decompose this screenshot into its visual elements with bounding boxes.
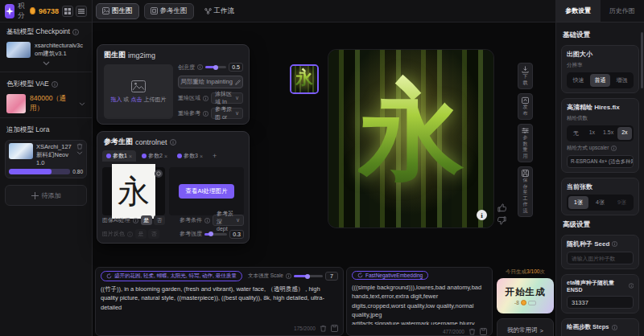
upscaler-select[interactable]: R-ESRGAN 4x+ (适合多种风 ∨	[567, 155, 634, 168]
image-upload-dropzone[interactable]: 拖入 或 点击 上传图片	[104, 64, 173, 119]
controlnet-tab-1[interactable]: 参数1 ×	[102, 150, 136, 162]
scale-value[interactable]: 7	[325, 272, 338, 281]
resolution-label: 分辨率	[567, 62, 634, 69]
invert-toggle[interactable]: 是否	[135, 229, 159, 239]
checkpoint-collapse-toggle[interactable]	[0, 59, 92, 69]
coin-icon	[30, 7, 35, 14]
denoise-value[interactable]: 0.5	[229, 63, 243, 72]
scale-slider[interactable]	[294, 275, 323, 277]
generation-cost: -8	[514, 300, 536, 305]
seed-label: 随机种子 Seed	[567, 240, 609, 248]
sidebar-header: 积分 96738	[0, 0, 92, 23]
negative-embedding-chip[interactable]: FastNegativeEmbedding	[352, 271, 428, 280]
menu-icon[interactable]	[76, 6, 87, 17]
close-icon[interactable]: ×	[200, 154, 203, 159]
chevron-down-icon: ∨	[235, 110, 239, 117]
ensd-label: eta噪声种子随机量 ENSD	[567, 279, 626, 293]
steps-label: 绘画步数 Steps	[567, 323, 609, 331]
add-controlnet-tab-button[interactable]: +	[208, 152, 221, 160]
vae-select-row[interactable]: 840000（通用）	[0, 92, 92, 115]
image-toolbar: 下载 发布 参数重用 保存至工作流	[518, 63, 533, 217]
size-title: 出图大小	[567, 50, 634, 59]
image-placeholder-icon	[131, 80, 146, 92]
tab-controlnet[interactable]: 参考生图	[144, 3, 194, 19]
tab-parameter-settings[interactable]: 参数设置	[556, 0, 601, 22]
basic-settings-label: 基础设置	[563, 31, 638, 40]
hires-fix-card: 高清精绘 Hires.fix 精绘倍数 无 1x 1.5x 2x 精绘方式 up…	[561, 98, 639, 173]
redraw-area-select[interactable]: 涂抹区域 In ∨	[211, 92, 243, 104]
tab-workflow[interactable]: 工作流	[199, 4, 241, 18]
lora-weight-slider[interactable]: 0.80	[9, 169, 83, 174]
pencil-icon	[235, 80, 241, 85]
refresh-icon	[357, 272, 363, 278]
redraw-ref-select[interactable]: 参考原图 or ∨	[211, 108, 243, 119]
info-icon	[133, 218, 138, 223]
canvas-area: 图生图 参考生图 工作流 图生图img2img 拖入 或	[93, 0, 555, 336]
resolution-option-normal[interactable]: 普通	[590, 74, 610, 87]
ensd-input[interactable]	[567, 296, 634, 309]
chevron-down-icon[interactable]	[76, 151, 83, 155]
sidebar-scrollbar[interactable]	[641, 32, 643, 88]
controlnet-tab-bar: 参数1 × 参数2 × 参数3 × +	[97, 150, 249, 162]
ai-process-toggle[interactable]: 是否	[141, 215, 165, 225]
positive-prompt-input[interactable]: ((竹子)), in a blooming garden, (fresh and…	[101, 285, 338, 322]
controlnet-panel-title: 参考生图controlnet	[97, 132, 249, 150]
daily-generation-count: 今日生成3/100次	[497, 268, 554, 276]
hires-option-2x[interactable]: 2x	[617, 127, 632, 140]
checkpoint-section-label: 基础模型 Checkpoint	[0, 23, 92, 40]
close-icon[interactable]: ×	[129, 154, 132, 159]
lora-card[interactable]: XSArchi_127新科幻Neov1.0 0.80	[5, 140, 87, 178]
tab-img2img[interactable]: 图生图	[96, 3, 139, 19]
ref-condition-select[interactable]: 参考景深 dept ∨	[213, 215, 244, 226]
seed-input[interactable]	[567, 252, 634, 264]
ref-strength-slider[interactable]	[204, 233, 227, 236]
positive-prompt-panel: 盛开的花园, 轻柔, 蝴蝶, 太阳光, 特写, 动作, 最佳质量 文本强度 Sc…	[95, 267, 344, 336]
generate-button[interactable]: 开始生成 -8	[497, 278, 554, 313]
save-preset-icon[interactable]	[480, 328, 487, 335]
refresh-icon	[106, 273, 112, 279]
publish-button[interactable]: 发布	[518, 93, 533, 120]
thumbs-down-icon[interactable]	[497, 216, 506, 225]
image-rating	[497, 203, 506, 225]
settings-tab-bar: 参数设置 历史作图	[556, 0, 644, 23]
save-workflow-button[interactable]: 保存至工作流	[518, 166, 533, 217]
thumbs-up-icon[interactable]	[497, 203, 506, 212]
prompt-translate-chip[interactable]: 盛开的花园, 轻柔, 蝴蝶, 太阳光, 特写, 动作, 最佳质量	[101, 271, 242, 281]
result-thumbnail[interactable]: 永	[290, 64, 319, 94]
view-ai-processed-button[interactable]: 查看AI处理图片	[179, 184, 233, 199]
img2img-panel-title: 图生图img2img	[97, 45, 249, 64]
hires-option-none[interactable]: 无	[568, 127, 583, 140]
ref-strength-value[interactable]: 0.3	[229, 230, 244, 239]
add-lora-button[interactable]: 待添加	[5, 185, 87, 206]
divider	[0, 72, 92, 72]
remove-image-icon[interactable]	[155, 170, 163, 178]
denoise-label: 创意度	[178, 64, 195, 72]
trash-icon[interactable]	[320, 325, 327, 332]
trash-icon[interactable]	[469, 328, 476, 335]
close-icon[interactable]: ×	[164, 154, 167, 159]
save-preset-icon[interactable]	[331, 325, 338, 332]
hires-option-1x[interactable]: 1x	[584, 127, 599, 140]
my-phrases-button[interactable]: 我的常用词 >	[497, 318, 554, 336]
controlnet-tab-2[interactable]: 参数2 ×	[138, 150, 171, 162]
denoise-slider[interactable]	[205, 66, 226, 68]
negative-prompt-input[interactable]: (((simple background))),lowres,bad anato…	[352, 283, 487, 325]
tab-history[interactable]: 历史作图	[601, 0, 644, 22]
batch-option-1[interactable]: 1张	[568, 196, 588, 209]
app-logo-icon[interactable]	[5, 4, 14, 18]
inpaint-button[interactable]: 局部重绘 Inpainting	[178, 76, 243, 88]
controlnet-reference-image[interactable]: 永	[102, 167, 165, 215]
batch-option-9[interactable]: 9张	[612, 196, 632, 209]
resolution-option-fast[interactable]: 快速	[568, 74, 588, 87]
resolution-option-enhanced[interactable]: 增强	[612, 74, 632, 87]
image-info-icon[interactable]: i	[477, 210, 487, 220]
hires-option-1-5x[interactable]: 1.5x	[601, 127, 616, 140]
grid-view-icon[interactable]	[62, 6, 73, 17]
generated-image[interactable]: 永 i	[328, 50, 493, 227]
trash-icon[interactable]	[76, 143, 83, 150]
controlnet-tab-3[interactable]: 参数3 ×	[173, 150, 207, 162]
batch-option-4[interactable]: 4张	[590, 196, 610, 209]
checkpoint-model-row[interactable]: xsarchitecturalv3com建筑v3.1	[0, 40, 92, 59]
download-button[interactable]: 下载	[518, 63, 533, 89]
reuse-params-button[interactable]: 参数重用	[518, 124, 533, 162]
